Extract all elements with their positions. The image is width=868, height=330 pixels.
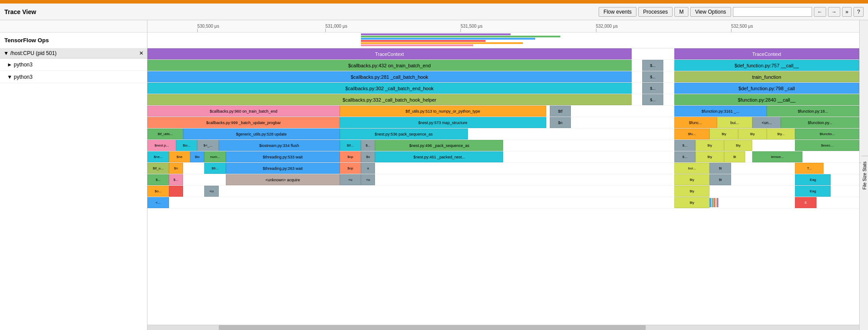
block-sty-7[interactable]: $t [724, 151, 746, 162]
block-callbacks-999[interactable]: $callbacks.py:999 _batch_update_progbar [147, 117, 340, 128]
block-ss[interactable]: $... [147, 174, 169, 185]
block-threading-263[interactable]: $threading.py:263 wait [226, 163, 340, 174]
block-sfr[interactable]: $fr... [204, 163, 226, 174]
nav-right-button[interactable]: → [828, 7, 840, 17]
nav-left-button[interactable]: ← [814, 7, 826, 17]
block-sexec[interactable]: $exec... [795, 140, 859, 151]
block-nest-496[interactable]: $nest.py:496 _pack_sequence_as [375, 140, 503, 151]
block-sty-1[interactable]: $ty [710, 128, 738, 139]
block-callbacks-960[interactable]: $callbacks.py:960 on_train_batch_end [147, 106, 340, 117]
flow-events-button[interactable]: Flow events [599, 7, 636, 17]
block-sfunction-r[interactable]: $functio... [795, 128, 859, 139]
block-nest-536[interactable]: $nest.py:536 pack_sequence_as [340, 128, 468, 139]
block-def-function-757[interactable]: $def_function.py:757 __call__ [674, 60, 859, 71]
process-row-python3-1[interactable]: ► python3 [0, 59, 147, 71]
block-sty-6[interactable]: $ty [695, 151, 724, 162]
block-sty-10[interactable]: $ty [674, 197, 710, 208]
block-sty-9[interactable]: $ty [674, 186, 710, 197]
block-sdots-5[interactable]: $... [361, 140, 375, 151]
block-num[interactable]: num... [204, 151, 226, 162]
nav-dots-button[interactable]: » [842, 7, 852, 17]
block-sty-5[interactable]: $ty [724, 140, 753, 151]
block-trace-context-2[interactable]: TraceContext [674, 48, 859, 59]
ruler-tick-2: 531,000 μs [325, 20, 347, 32]
block-nest-573[interactable]: $nest.py:573 map_structure [340, 117, 546, 128]
block-iostream-334[interactable]: $iostream.py:334 flush [219, 140, 340, 151]
horizontal-scrollbar[interactable] [147, 325, 859, 330]
block-tf-utils-s[interactable]: $tf_utils... [147, 128, 183, 139]
block-nest-p[interactable]: $nest.p... [147, 140, 176, 151]
block-train-function[interactable]: train_function [674, 71, 859, 82]
block-tf-s[interactable]: $tf... [340, 140, 361, 151]
block-sty-4[interactable]: $ty [695, 140, 724, 151]
block-un-1[interactable]: <un... [752, 117, 781, 128]
close-icon[interactable]: ✕ [139, 50, 143, 56]
block-sdots-3[interactable]: $... [642, 83, 664, 94]
block-callbacks-332[interactable]: $callbacks.py:332 _call_batch_hook_helpe… [147, 94, 632, 105]
block-unknown-acquire[interactable]: <unknown> acquire [226, 174, 340, 185]
block-stf-1[interactable]: $tf [550, 106, 571, 117]
block-function-py-r[interactable]: $function.py... [781, 117, 859, 128]
block-Eag-1[interactable]: Eag [795, 174, 831, 185]
block-trace-context-1[interactable]: TraceContext [147, 48, 632, 59]
group-header[interactable]: ▼ /host:CPU (pid 501) ✕ [0, 48, 147, 59]
block-tf-utils-513[interactable]: $tf_utils.py:513 to_numpy_or_python_type [340, 106, 546, 117]
block-threading-533[interactable]: $threading.py:533 wait [226, 151, 340, 162]
block-function-2840[interactable]: $function.py:2840 __call__ [674, 94, 859, 105]
block-stf-u[interactable]: $tf_u... [147, 163, 169, 174]
block-pink-s[interactable] [169, 186, 183, 197]
block-so-3[interactable]: $o... [147, 186, 169, 197]
block-sop-2[interactable]: $op [340, 163, 361, 174]
block-su-1[interactable]: <u [340, 174, 361, 185]
block-generic-utils-528[interactable]: $generic_utils.py:528 update [183, 128, 340, 139]
block-T-1[interactable]: T... [795, 163, 824, 174]
block-func-bui[interactable]: $func... [674, 117, 717, 128]
block-sdots-4[interactable]: $... [642, 94, 664, 105]
block-sdots-2[interactable]: $... [642, 71, 664, 82]
block-callbacks-281[interactable]: $callbacks.py:281 _call_batch_hook [147, 71, 632, 82]
trace-row-14: <... $ty E [147, 197, 859, 209]
block-su-3[interactable]: <u [204, 186, 218, 197]
block-nest-461[interactable]: $nest.py:461 _packed_nest... [375, 151, 503, 162]
search-input[interactable] [733, 7, 812, 17]
process-row-python3-2[interactable]: ▼ python3 [0, 71, 147, 83]
block-sdots-7[interactable]: $... [674, 151, 696, 162]
block-callbacks-432[interactable]: $callbacks.py:432 on_train_batch_end [147, 60, 632, 71]
block-E-1[interactable]: E [795, 197, 817, 208]
block-bui-2[interactable]: bui... [717, 117, 753, 128]
help-button[interactable]: ? [853, 7, 864, 17]
block-ne[interactable]: $ne... [147, 151, 169, 162]
block-function-18[interactable]: $function.py:18... [767, 106, 859, 117]
m-button[interactable]: M [674, 7, 688, 17]
block-st-1[interactable]: $t [710, 163, 731, 174]
block-st-2[interactable]: $t [710, 174, 731, 185]
block-sdots-1[interactable]: $... [642, 60, 664, 71]
block-sty-3[interactable]: $ty... [767, 128, 795, 139]
block-ssdots[interactable]: $... [169, 174, 183, 185]
block-so-2[interactable]: o [361, 163, 375, 174]
block-so-1[interactable]: $o [361, 151, 375, 162]
block-sdots-6[interactable]: $... [674, 140, 696, 151]
sidebar-label-file-size[interactable]: File Size Stats [861, 156, 868, 195]
processes-button[interactable]: Processes [638, 7, 673, 17]
block-sfu[interactable]: $fu... [674, 128, 710, 139]
block-Eag-2[interactable]: Eag [795, 186, 831, 197]
sidebar-label-metrics[interactable]: Metrics [859, 162, 861, 187]
block-io[interactable]: $io... [176, 140, 198, 151]
block-def-function-798[interactable]: $def_function.py:798 _call [674, 83, 859, 94]
block-sn-1[interactable]: $n [550, 117, 571, 128]
block-func-3161[interactable]: $function.py:3161 _... [674, 106, 767, 117]
block-sl[interactable]: $<_... [197, 140, 219, 151]
block-callbacks-302[interactable]: $callbacks.py:302 _call_batch_end_hook [147, 83, 632, 94]
block-sn-2[interactable]: $n [169, 163, 183, 174]
block-sty-2[interactable]: $ty [738, 128, 767, 139]
block-sty-8[interactable]: $ty [674, 174, 710, 185]
block-bui-3[interactable]: bui... [674, 163, 710, 174]
block-sne[interactable]: $ne [169, 151, 191, 162]
block-tensor[interactable]: tensor... [752, 151, 802, 162]
block-sl-2[interactable]: <... [147, 197, 169, 208]
view-options-button[interactable]: View Options [690, 7, 731, 17]
block-sop-1[interactable]: $op [340, 151, 361, 162]
block-su-2[interactable]: <u [361, 174, 375, 185]
block-sio[interactable]: $io [190, 151, 204, 162]
